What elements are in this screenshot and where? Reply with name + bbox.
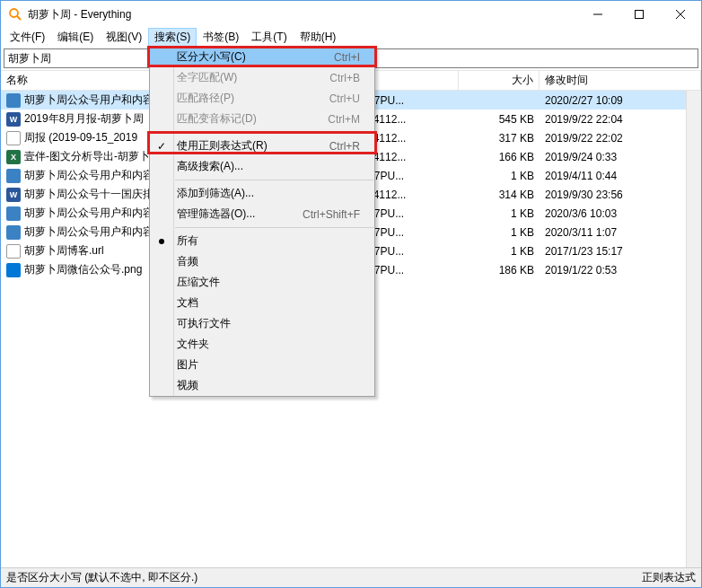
menu-item-label: 管理筛选器(O)... bbox=[177, 206, 303, 222]
menu-item-label: 高级搜索(A)... bbox=[177, 159, 374, 174]
file-name-text: 胡萝卜周公众号十一国庆排 bbox=[24, 187, 154, 202]
menu-item-label: 音频 bbox=[177, 254, 374, 269]
minimize-button[interactable] bbox=[577, 1, 619, 28]
svg-rect-3 bbox=[636, 11, 644, 19]
file-date-cell: 2019/1/22 0:53 bbox=[540, 264, 701, 276]
menu-item-label: 全字匹配(W) bbox=[177, 70, 329, 85]
file-name-text: 胡萝卜周公众号用户和内容 bbox=[24, 206, 154, 221]
file-date-cell: 2019/9/22 22:04 bbox=[540, 113, 701, 126]
file-name-text: 胡萝卜周公众号用户和内容 bbox=[24, 92, 154, 108]
menu-item[interactable]: 可执行文件 bbox=[150, 313, 374, 334]
search-menu-dropdown: 区分大小写(C)Ctrl+I全字匹配(W)Ctrl+B匹配路径(P)Ctrl+U… bbox=[149, 46, 375, 397]
km-file-icon bbox=[6, 169, 21, 183]
menu-item[interactable]: 添加到筛选(A)... bbox=[150, 183, 374, 204]
file-size-cell: 1 KB bbox=[459, 245, 540, 258]
menu-item[interactable]: ✓使用正则表达式(R)Ctrl+R bbox=[150, 136, 374, 156]
file-date-cell: 2019/9/30 23:56 bbox=[540, 189, 701, 201]
menu-bar: 文件(F)编辑(E)视图(V)搜索(S)书签(B)工具(T)帮助(H) bbox=[1, 28, 701, 47]
menu-item-shortcut: Ctrl+M bbox=[328, 113, 374, 126]
menu-item-label: 区分大小写(C) bbox=[177, 49, 334, 65]
check-icon: ✓ bbox=[157, 140, 166, 153]
file-size-cell: 1 KB bbox=[459, 207, 540, 220]
menu-item[interactable]: 区分大小写(C)Ctrl+I bbox=[150, 47, 374, 67]
menu-item[interactable]: 匹配路径(P)Ctrl+U bbox=[150, 88, 374, 109]
file-name-text: 胡萝卜周微信公众号.png bbox=[24, 262, 142, 277]
maximize-button[interactable] bbox=[619, 1, 660, 28]
file-size-cell: 314 KB bbox=[459, 189, 540, 201]
menu-item[interactable]: 高级搜索(A)... bbox=[150, 156, 374, 177]
file-date-cell: 2020/2/27 10:09 bbox=[540, 94, 701, 107]
menu-item-label: 匹配路径(P) bbox=[177, 91, 329, 106]
svg-line-1 bbox=[17, 16, 21, 20]
km-file-icon bbox=[6, 93, 21, 108]
scrollbar-vertical[interactable] bbox=[686, 91, 701, 567]
status-bar: 是否区分大小写 (默认不选中, 即不区分.) 正则表达式 bbox=[1, 567, 701, 587]
menu-item-1[interactable]: 编辑(E) bbox=[51, 28, 100, 47]
menu-item-5[interactable]: 工具(T) bbox=[245, 28, 293, 47]
png-file-icon bbox=[6, 263, 21, 277]
menu-item-0[interactable]: 文件(F) bbox=[4, 28, 51, 47]
menu-item[interactable]: 图片 bbox=[150, 355, 374, 375]
file-name-text: 2019年8月月报-胡萝卜周 bbox=[24, 111, 144, 127]
menu-item-shortcut: Ctrl+B bbox=[329, 72, 374, 84]
menu-item[interactable]: 音频 bbox=[150, 251, 374, 272]
file-date-cell: 2020/3/6 10:03 bbox=[540, 207, 701, 220]
file-name-text: 胡萝卜周公众号用户和内容 bbox=[24, 168, 154, 183]
menu-item-label: 文件夹 bbox=[177, 337, 374, 352]
file-size-cell: 166 KB bbox=[459, 151, 540, 163]
url-file-icon bbox=[6, 244, 21, 259]
menu-item-label: 添加到筛选(A)... bbox=[177, 186, 374, 201]
menu-item-shortcut: Ctrl+I bbox=[334, 51, 374, 64]
menu-separator bbox=[175, 227, 373, 228]
menu-item-label: 使用正则表达式(R) bbox=[177, 138, 329, 154]
title-bar: 胡萝卜周 - Everything bbox=[1, 1, 701, 28]
menu-item-label: 图片 bbox=[177, 357, 374, 373]
file-size-cell: 317 KB bbox=[459, 132, 540, 145]
app-icon bbox=[8, 7, 22, 22]
menu-item[interactable]: 匹配变音标记(D)Ctrl+M bbox=[150, 109, 374, 129]
file-name-text: 壹伴-图文分析导出-胡萝卜 bbox=[24, 149, 150, 164]
xlsx-file-icon: X bbox=[6, 150, 21, 164]
menu-separator bbox=[175, 132, 373, 133]
menu-item-6[interactable]: 帮助(H) bbox=[294, 28, 343, 47]
menu-item-4[interactable]: 书签(B) bbox=[197, 28, 245, 47]
file-name-text: 周报 (2019-09-15_2019 bbox=[24, 130, 137, 145]
status-right: 正则表达式 bbox=[642, 570, 696, 585]
docx-file-icon: W bbox=[6, 188, 21, 202]
menu-item[interactable]: 压缩文件 bbox=[150, 272, 374, 293]
menu-item[interactable]: 文件夹 bbox=[150, 334, 374, 355]
menu-item[interactable]: 视频 bbox=[150, 375, 374, 396]
menu-item-label: 可执行文件 bbox=[177, 316, 374, 331]
file-date-cell: 2019/9/24 0:33 bbox=[540, 151, 701, 163]
file-date-cell: 2020/3/11 1:07 bbox=[540, 226, 701, 239]
menu-item-label: 视频 bbox=[177, 378, 374, 393]
menu-item-shortcut: Ctrl+U bbox=[329, 92, 374, 105]
menu-item-shortcut: Ctrl+Shift+F bbox=[303, 208, 374, 221]
file-date-cell: 2017/1/23 15:17 bbox=[540, 245, 701, 258]
menu-item[interactable]: 全字匹配(W)Ctrl+B bbox=[150, 67, 374, 88]
file-size-cell: 1 KB bbox=[459, 226, 540, 239]
column-date[interactable]: 修改时间 bbox=[540, 71, 701, 90]
column-size[interactable]: 大小 bbox=[459, 71, 540, 90]
menu-item-3[interactable]: 搜索(S) bbox=[148, 28, 197, 47]
search-value: 胡萝卜周 bbox=[8, 51, 51, 66]
menu-separator bbox=[175, 180, 373, 180]
close-button[interactable] bbox=[660, 1, 701, 28]
km-file-icon bbox=[6, 206, 21, 221]
menu-item-label: 文档 bbox=[177, 295, 374, 311]
status-left: 是否区分大小写 (默认不选中, 即不区分.) bbox=[6, 570, 642, 585]
svg-point-0 bbox=[10, 9, 18, 17]
bullet-icon bbox=[159, 239, 164, 244]
menu-item-2[interactable]: 视图(V) bbox=[100, 28, 148, 47]
menu-item[interactable]: 文档 bbox=[150, 293, 374, 313]
km-file-icon bbox=[6, 225, 21, 240]
file-size-cell: 186 KB bbox=[459, 264, 540, 276]
file-date-cell: 2019/4/11 0:44 bbox=[540, 170, 701, 182]
window-title: 胡萝卜周 - Everything bbox=[28, 7, 577, 22]
menu-item-label: 匹配变音标记(D) bbox=[177, 111, 328, 127]
menu-item-label: 所有 bbox=[177, 233, 374, 249]
menu-item[interactable]: 所有 bbox=[150, 231, 374, 251]
file-size-cell: 1 KB bbox=[459, 170, 540, 182]
docx-file-icon: W bbox=[6, 112, 21, 127]
menu-item[interactable]: 管理筛选器(O)...Ctrl+Shift+F bbox=[150, 204, 374, 224]
